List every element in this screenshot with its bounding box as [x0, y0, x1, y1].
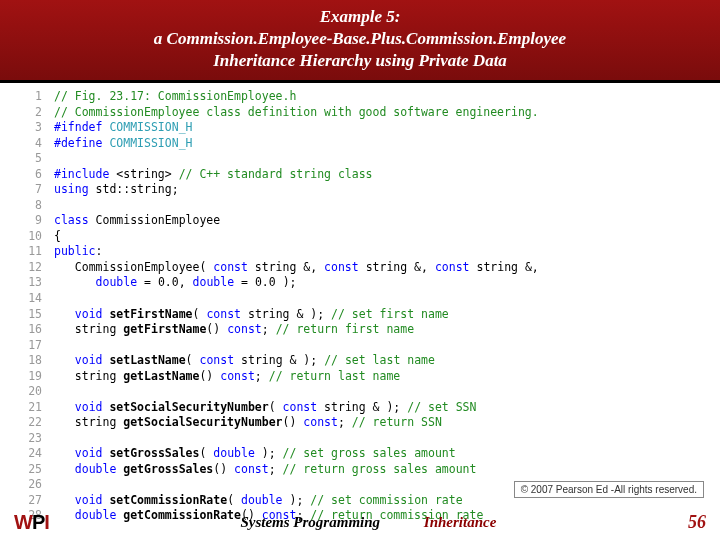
code-text: void setFirstName( const string & ); // …	[54, 307, 449, 323]
line-number: 27	[14, 493, 54, 509]
code-line: 18 void setLastName( const string & ); /…	[14, 353, 706, 369]
code-line: 21 void setSocialSecurityNumber( const s…	[14, 400, 706, 416]
line-number: 21	[14, 400, 54, 416]
code-text: CommissionEmployee( const string &, cons…	[54, 260, 539, 276]
line-number: 2	[14, 105, 54, 121]
code-line: 4#define COMMISSION_H	[14, 136, 706, 152]
code-text: void setCommissionRate( double ); // set…	[54, 493, 463, 509]
code-text: // CommissionEmployee class definition w…	[54, 105, 539, 121]
code-line: 24 void setGrossSales( double ); // set …	[14, 446, 706, 462]
code-line: 12 CommissionEmployee( const string &, c…	[14, 260, 706, 276]
code-text: #include <string> // C++ standard string…	[54, 167, 373, 183]
header-line-2: a Commission.Employee-Base.Plus.Commissi…	[0, 28, 720, 50]
line-number: 14	[14, 291, 54, 307]
code-text: public:	[54, 244, 102, 260]
code-line: 14	[14, 291, 706, 307]
header-line-3: Inheritance Hierarchy using Private Data	[0, 50, 720, 72]
line-number: 16	[14, 322, 54, 338]
logo-w: W	[14, 511, 32, 533]
code-line: 11public:	[14, 244, 706, 260]
line-number: 12	[14, 260, 54, 276]
code-line: 20	[14, 384, 706, 400]
page-number: 56	[688, 512, 706, 533]
line-number: 1	[14, 89, 54, 105]
code-line: 8	[14, 198, 706, 214]
code-text: double getGrossSales() const; // return …	[54, 462, 476, 478]
code-line: 7using std::string;	[14, 182, 706, 198]
footer-inheritance: Inheritance	[424, 514, 497, 530]
line-number: 22	[14, 415, 54, 431]
code-text: double = 0.0, double = 0.0 );	[54, 275, 297, 291]
slide-footer: WPI Systems Programming Inheritance 56	[0, 511, 720, 534]
line-number: 13	[14, 275, 54, 291]
line-number: 7	[14, 182, 54, 198]
line-number: 19	[14, 369, 54, 385]
slide: Example 5: a Commission.Employee-Base.Pl…	[0, 0, 720, 540]
line-number: 23	[14, 431, 54, 447]
line-number: 20	[14, 384, 54, 400]
line-number: 6	[14, 167, 54, 183]
code-line: 1// Fig. 23.17: CommissionEmployee.h	[14, 89, 706, 105]
line-number: 17	[14, 338, 54, 354]
footer-center: Systems Programming Inheritance	[49, 514, 688, 531]
code-text: {	[54, 229, 61, 245]
slide-header: Example 5: a Commission.Employee-Base.Pl…	[0, 0, 720, 83]
line-number: 5	[14, 151, 54, 167]
code-text: // Fig. 23.17: CommissionEmployee.h	[54, 89, 296, 105]
line-number: 24	[14, 446, 54, 462]
code-text: #ifndef COMMISSION_H	[54, 120, 193, 136]
line-number: 8	[14, 198, 54, 214]
code-line: 10{	[14, 229, 706, 245]
line-number: 15	[14, 307, 54, 323]
line-number: 10	[14, 229, 54, 245]
header-line-1: Example 5:	[0, 6, 720, 28]
copyright-notice: © 2007 Pearson Ed -All rights reserved.	[514, 481, 704, 498]
code-line: 6#include <string> // C++ standard strin…	[14, 167, 706, 183]
code-listing: 1// Fig. 23.17: CommissionEmployee.h2// …	[14, 89, 706, 523]
code-line: 25 double getGrossSales() const; // retu…	[14, 462, 706, 478]
code-line: 16 string getFirstName() const; // retur…	[14, 322, 706, 338]
line-number: 9	[14, 213, 54, 229]
code-text: using std::string;	[54, 182, 179, 198]
code-line: 9class CommissionEmployee	[14, 213, 706, 229]
code-line: 13 double = 0.0, double = 0.0 );	[14, 275, 706, 291]
line-number: 26	[14, 477, 54, 493]
logo-p: P	[32, 511, 44, 533]
line-number: 25	[14, 462, 54, 478]
code-text: string getFirstName() const; // return f…	[54, 322, 414, 338]
code-text: #define COMMISSION_H	[54, 136, 193, 152]
code-line: 15 void setFirstName( const string & ); …	[14, 307, 706, 323]
footer-systems: Systems Programming	[240, 514, 380, 530]
code-line: 23	[14, 431, 706, 447]
code-line: 19 string getLastName() const; // return…	[14, 369, 706, 385]
wpi-logo: WPI	[14, 511, 49, 534]
line-number: 18	[14, 353, 54, 369]
code-line: 22 string getSocialSecurityNumber() cons…	[14, 415, 706, 431]
code-line: 2// CommissionEmployee class definition …	[14, 105, 706, 121]
code-text: void setGrossSales( double ); // set gro…	[54, 446, 456, 462]
code-text: string getSocialSecurityNumber() const; …	[54, 415, 442, 431]
code-line: 3#ifndef COMMISSION_H	[14, 120, 706, 136]
code-text: void setSocialSecurityNumber( const stri…	[54, 400, 476, 416]
code-text: class CommissionEmployee	[54, 213, 220, 229]
code-line: 5	[14, 151, 706, 167]
code-text: string getLastName() const; // return la…	[54, 369, 400, 385]
line-number: 3	[14, 120, 54, 136]
line-number: 11	[14, 244, 54, 260]
code-text: void setLastName( const string & ); // s…	[54, 353, 435, 369]
code-line: 17	[14, 338, 706, 354]
line-number: 4	[14, 136, 54, 152]
